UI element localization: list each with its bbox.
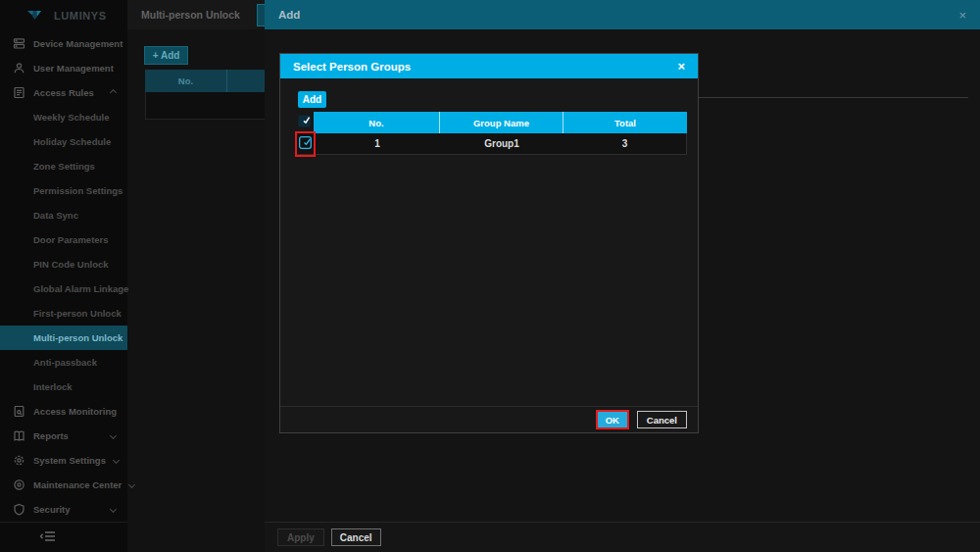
user-management-icon: [13, 62, 25, 75]
modal-footer: OK Cancel: [280, 406, 698, 432]
chevron-down-icon: [110, 432, 117, 439]
column-header-total: Total: [563, 112, 687, 133]
sidebar-footer: [0, 522, 127, 552]
modal-header: Select Person Groups ×: [280, 54, 698, 78]
sidebar-item-label: Maintenance Center: [33, 479, 122, 490]
column-header-group-name: Group Name: [439, 112, 563, 133]
row-checkbox-checked[interactable]: [299, 135, 312, 153]
sidebar-item-label: First-person Unlock: [33, 308, 122, 319]
sidebar-item-label: Multi-person Unlock: [33, 332, 122, 343]
sidebar-item-maintenance-center[interactable]: Maintenance Center: [0, 473, 127, 497]
access-monitoring-icon: [13, 405, 25, 418]
sidebar-item-label: Device Management: [33, 38, 122, 49]
luminys-logo-icon: [25, 9, 47, 23]
row-cell-no: 1: [315, 133, 440, 154]
tab-multi-person-unlock[interactable]: Multi-person Unlock: [141, 9, 240, 21]
sidebar-item-user-management[interactable]: User Management: [0, 56, 127, 80]
add-panel-header: Add ×: [265, 0, 980, 29]
sidebar-item-label: Interlock: [33, 381, 73, 392]
shield-icon: [13, 503, 25, 516]
brand-name: LUMINYS: [54, 10, 107, 22]
sidebar-item-data-sync[interactable]: Data Sync: [0, 203, 127, 227]
reports-icon: [13, 429, 25, 442]
brand-logo: LUMINYS: [0, 0, 127, 23]
add-panel-footer: Apply Cancel: [265, 522, 980, 552]
sidebar-item-global-alarm-linkage[interactable]: Global Alarm Linkage: [0, 276, 127, 301]
sidebar-item-label: Door Parameters: [33, 234, 109, 245]
row-checkbox-cell: [296, 133, 315, 154]
modal-cancel-button[interactable]: Cancel: [637, 411, 687, 428]
sidebar-item-security[interactable]: Security: [0, 497, 127, 522]
sidebar-item-multi-person-unlock[interactable]: Multi-person Unlock: [0, 326, 127, 350]
chevron-down-icon: [110, 506, 117, 513]
close-icon[interactable]: ×: [677, 59, 685, 74]
chevron-up-icon: [110, 89, 117, 96]
sidebar-item-anti-passback[interactable]: Anti-passback: [0, 350, 127, 375]
access-rules-icon: [13, 86, 25, 99]
sidebar-item-label: User Management: [33, 63, 114, 74]
sidebar-item-label: Holiday Schedule: [33, 136, 111, 147]
add-button-background-page[interactable]: + Add: [144, 46, 188, 65]
sidebar-item-label: Anti-passback: [33, 357, 97, 368]
sidebar-item-label: Access Rules: [33, 87, 94, 98]
row-cell-total: 3: [564, 133, 686, 154]
annotation-highlight-checkbox: [299, 135, 312, 153]
row-cell-group-name: Group1: [440, 133, 564, 154]
sidebar-item-label: Global Alarm Linkage: [33, 283, 128, 294]
sidebar-item-first-person-unlock[interactable]: First-person Unlock: [0, 301, 127, 326]
sidebar-item-holiday-schedule[interactable]: Holiday Schedule: [0, 129, 127, 154]
apply-button[interactable]: Apply: [277, 528, 324, 546]
person-groups-table: No. Group Name Total 1 Group1 3: [295, 112, 687, 155]
sidebar-item-label: Data Sync: [33, 210, 78, 221]
sidebar-item-label: Permission Settings: [33, 185, 122, 196]
sidebar-item-label: PIN Code Unlock: [33, 259, 109, 270]
sidebar: LUMINYS Device Management User Managemen…: [0, 0, 127, 552]
select-person-groups-modal: Select Person Groups × Add No. Group Nam…: [279, 53, 699, 433]
ok-button[interactable]: OK: [598, 412, 627, 427]
panel-cancel-button[interactable]: Cancel: [331, 528, 381, 546]
sidebar-item-weekly-schedule[interactable]: Weekly Schedule: [0, 105, 127, 129]
sidebar-item-zone-settings[interactable]: Zone Settings: [0, 154, 127, 178]
sidebar-item-label: Weekly Schedule: [33, 112, 109, 123]
sidebar-item-label: Zone Settings: [33, 161, 95, 172]
sidebar-item-permission-settings[interactable]: Permission Settings: [0, 178, 127, 203]
sidebar-item-reports[interactable]: Reports: [0, 424, 127, 448]
sidebar-item-label: Access Monitoring: [33, 406, 117, 417]
sidebar-item-device-management[interactable]: Device Management: [0, 31, 127, 56]
device-management-icon: [13, 37, 25, 50]
maintenance-center-icon: [13, 478, 25, 491]
close-icon[interactable]: ×: [958, 8, 966, 23]
table-row[interactable]: 1 Group1 3: [295, 133, 687, 155]
sidebar-item-system-settings[interactable]: System Settings: [0, 448, 127, 473]
sidebar-nav: Device Management User Management Access…: [0, 31, 127, 522]
select-all-checkbox[interactable]: [298, 114, 311, 131]
sidebar-item-access-rules[interactable]: Access Rules: [0, 80, 127, 105]
sidebar-item-label: Security: [33, 504, 71, 515]
sidebar-item-interlock[interactable]: Interlock: [0, 375, 127, 399]
gear-icon: [13, 454, 25, 467]
modal-title: Select Person Groups: [293, 61, 411, 73]
sidebar-item-label: Reports: [33, 430, 69, 441]
table-header-row: No. Group Name Total: [295, 112, 687, 133]
background-table-header-no: No.: [145, 70, 226, 92]
select-all-cell: [295, 112, 314, 133]
sidebar-item-label: System Settings: [33, 455, 106, 466]
sidebar-item-pin-code-unlock[interactable]: PIN Code Unlock: [0, 252, 127, 276]
sidebar-item-door-parameters[interactable]: Door Parameters: [0, 227, 127, 252]
collapse-sidebar-icon[interactable]: [39, 528, 56, 546]
modal-add-button[interactable]: Add: [298, 91, 326, 108]
add-panel-title: Add: [278, 9, 300, 21]
column-header-no: No.: [314, 112, 439, 133]
chevron-down-icon: [113, 457, 120, 464]
sidebar-item-access-monitoring[interactable]: Access Monitoring: [0, 399, 127, 424]
